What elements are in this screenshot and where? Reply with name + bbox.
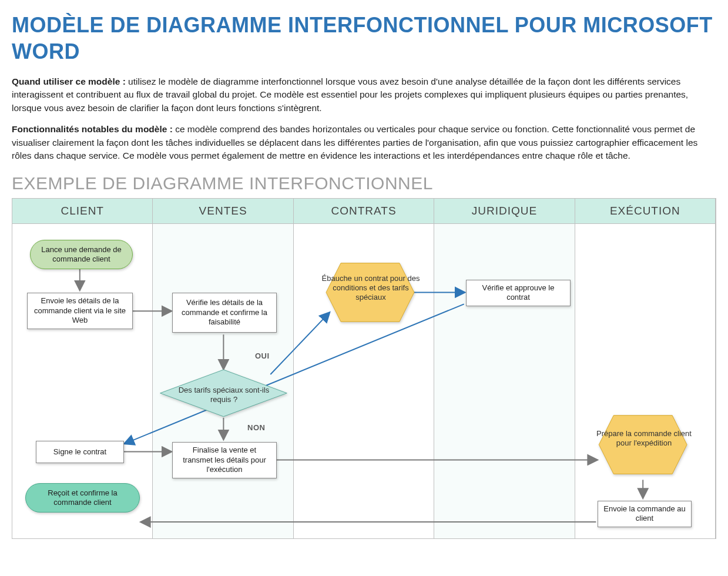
lane-ventes: VENTES <box>153 199 293 538</box>
edge-label-no: NON <box>247 423 265 432</box>
intro-paragraph-when: Quand utiliser ce modèle : utilisez le m… <box>12 75 716 115</box>
lane-header-juridique: JURIDIQUE <box>434 199 574 224</box>
node-approve: Vérifie et approuve le contrat <box>466 280 571 306</box>
intro-features-label: Fonctionnalités notables du modèle : <box>12 124 173 134</box>
node-verify: Vérifie les détails de la commande et co… <box>172 293 277 333</box>
intro-paragraph-features: Fonctionnalités notables du modèle : ce … <box>12 123 716 162</box>
node-send-details: Envoie les détails de la commande client… <box>27 293 133 329</box>
diagram-subtitle: EXEMPLE DE DIAGRAMME INTERFONCTIONNEL <box>12 173 716 193</box>
node-start: Lance une demande de commande client <box>30 240 133 269</box>
lane-header-execution: EXÉCUTION <box>575 199 715 224</box>
node-receive: Reçoit et confirme la commande client <box>25 483 140 513</box>
lane-execution: EXÉCUTION <box>575 199 716 538</box>
node-finalize: Finalise la vente et transmet les détail… <box>172 442 277 478</box>
lane-header-ventes: VENTES <box>153 199 293 224</box>
lane-juridique: JURIDIQUE <box>434 199 575 538</box>
intro-when-label: Quand utiliser ce modèle : <box>12 76 126 86</box>
edge-label-yes: OUI <box>255 351 270 360</box>
node-prepare: Prépare la commande client pour l'expédi… <box>594 429 694 448</box>
lane-contrats: CONTRATS <box>294 199 434 538</box>
swimlane-diagram: CLIENT VENTES CONTRATS JURIDIQUE EXÉCUTI… <box>12 198 716 539</box>
node-decision: Des tarifs spéciaux sont-ils requis ? <box>174 386 274 405</box>
lane-header-client: CLIENT <box>12 199 152 224</box>
node-sign: Signe le contrat <box>36 441 124 463</box>
page-title: MODÈLE DE DIAGRAMME INTERFONCTIONNEL POU… <box>12 12 716 65</box>
node-ship: Envoie la commande au client <box>598 501 692 527</box>
lane-header-contrats: CONTRATS <box>294 199 434 224</box>
node-draft: Ébauche un contrat pour des conditions e… <box>321 274 421 303</box>
